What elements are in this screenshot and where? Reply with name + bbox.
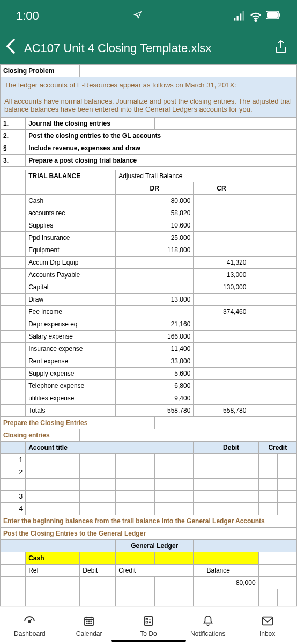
svg-point-8: [29, 620, 31, 622]
nav-calendar[interactable]: Calendar: [60, 607, 119, 644]
status-time: 1:00: [16, 9, 39, 23]
account-name: Cash: [26, 195, 116, 207]
gl-post-label: Post the Closing Entries to the General …: [1, 528, 204, 540]
signal-icon: [234, 11, 246, 21]
home-indicator[interactable]: [111, 640, 186, 642]
svg-point-14: [88, 623, 89, 623]
svg-rect-3: [242, 11, 244, 21]
account-name: Draw: [26, 294, 116, 306]
step-text: Include revenue, expenses and draw: [26, 142, 204, 155]
general-ledger-header: General Ledger: [116, 540, 194, 552]
dr-value: 33,000: [116, 355, 194, 368]
share-button[interactable]: [274, 40, 287, 57]
dr-value: 166,000: [116, 331, 194, 343]
entry-num: 3: [1, 491, 26, 503]
cr-value: [194, 294, 249, 306]
cr-value: 130,000: [194, 281, 249, 294]
ledger-account-name: Cash: [26, 552, 80, 565]
nav-todo[interactable]: To Do: [119, 607, 179, 644]
wifi-icon: [250, 11, 262, 21]
calendar-icon: [82, 614, 96, 628]
dr-header: DR: [116, 182, 194, 195]
cr-value: [194, 207, 249, 219]
credit-header: Credit: [258, 442, 296, 454]
svg-rect-1: [236, 16, 238, 21]
svg-rect-19: [262, 617, 272, 625]
svg-point-4: [255, 20, 257, 21]
ref-header: Ref: [26, 565, 80, 577]
svg-rect-18: [146, 621, 147, 623]
entry-num: 2: [1, 466, 26, 479]
cr-value: [194, 343, 249, 355]
back-button[interactable]: [5, 38, 16, 58]
account-name: Ppd Insurance: [26, 232, 116, 244]
nav-label: Inbox: [259, 630, 275, 638]
cr-value: [194, 219, 249, 232]
svg-point-15: [91, 623, 91, 623]
account-name: Totals: [26, 405, 116, 417]
step-text: Post the closing entries to the GL accou…: [26, 130, 204, 142]
step-num: 3.: [1, 155, 26, 167]
account-name: Salary expense: [26, 331, 116, 343]
step-text: Prepare a post closing trial balance: [26, 155, 204, 167]
account-name: Rent expense: [26, 355, 116, 368]
bottom-nav: Dashboard Calendar To Do Notifications I…: [0, 606, 297, 644]
dr-value: 5,600: [116, 368, 194, 380]
document-title: AC107 Unit 4 Closing Template.xlsx: [24, 41, 211, 55]
svg-rect-6: [279, 13, 280, 17]
nav-dashboard[interactable]: Dashboard: [0, 607, 60, 644]
account-name: Accounts Payable: [26, 269, 116, 281]
app-header: AC107 Unit 4 Closing Template.xlsx: [0, 32, 297, 64]
svg-rect-16: [145, 616, 153, 625]
debit-header: Debit: [80, 565, 116, 577]
step-num: 2.: [1, 130, 26, 142]
svg-rect-2: [240, 13, 241, 20]
cr-value: [194, 380, 249, 392]
dr-value: 118,000: [116, 244, 194, 257]
svg-point-11: [88, 621, 89, 621]
step-text: Journal the closing entries: [26, 118, 155, 130]
svg-rect-0: [234, 18, 235, 20]
svg-rect-7: [267, 12, 278, 18]
debit-header: Debit: [204, 442, 258, 454]
adjusted-tb-header: Adjusted Trail Balance: [116, 170, 204, 182]
account-name: Supply expense: [26, 368, 116, 380]
account-name: utilities expense: [26, 392, 116, 405]
dr-value: [116, 257, 194, 269]
svg-point-10: [87, 621, 87, 621]
credit-header: Credit: [116, 565, 194, 577]
entry-num: 1: [1, 454, 26, 466]
dr-value: 558,780: [116, 405, 194, 417]
nav-label: Dashboard: [14, 630, 46, 638]
dr-value: [116, 281, 194, 294]
cr-value: [194, 368, 249, 380]
dr-value: 13,000: [116, 294, 194, 306]
account-name: Supplies: [26, 219, 116, 232]
location-icon: [133, 11, 142, 21]
account-name: Insurance expense: [26, 343, 116, 355]
cr-value: [194, 355, 249, 368]
spreadsheet[interactable]: Closing Problem The ledger accounts of E…: [0, 64, 297, 644]
step-num: §: [1, 142, 26, 155]
trial-balance-header: TRIAL BALANCE: [26, 170, 116, 182]
dr-value: 10,600: [116, 219, 194, 232]
nav-label: Notifications: [190, 630, 225, 638]
cr-value: [194, 331, 249, 343]
account-name: Depr expense eq: [26, 318, 116, 331]
todo-icon: [142, 614, 155, 628]
cr-value: [194, 232, 249, 244]
cr-value: 374,460: [194, 306, 249, 318]
nav-label: To Do: [140, 630, 157, 638]
dr-value: 9,400: [116, 392, 194, 405]
dr-value: 21,160: [116, 318, 194, 331]
dr-value: 6,800: [116, 380, 194, 392]
cr-value: [194, 195, 249, 207]
closing-entries-header: Prepare the Closing Entries: [1, 417, 155, 429]
nav-notifications[interactable]: Notifications: [178, 607, 237, 644]
dr-value: 58,820: [116, 207, 194, 219]
nav-label: Calendar: [76, 630, 102, 638]
sheet-tab[interactable]: Closing Problem: [1, 65, 80, 77]
nav-inbox[interactable]: Inbox: [237, 607, 297, 644]
battery-icon: [266, 11, 281, 21]
dr-value: [116, 306, 194, 318]
